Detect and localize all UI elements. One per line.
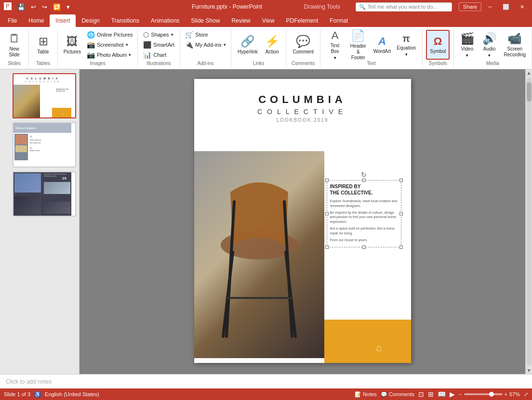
addins-dropdown[interactable]: ▾: [224, 42, 226, 47]
header-footer-button[interactable]: 📄 Header& Footer: [346, 30, 370, 60]
pictures-button[interactable]: 🖼 Pictures: [61, 30, 84, 60]
tab-format[interactable]: Format: [324, 14, 354, 27]
handle-top-right[interactable]: [399, 179, 403, 182]
text-box-button[interactable]: A TextBox ▾: [324, 30, 346, 60]
slide-panel[interactable]: 1 C O L U M B I A C O L L E C T I V E IN…: [0, 69, 80, 374]
tables-group-label: Tables: [36, 60, 50, 66]
close-button[interactable]: ✕: [516, 3, 528, 11]
comments-button[interactable]: 💬 Comments: [381, 391, 414, 398]
repeat-icon[interactable]: 🔁: [51, 2, 63, 12]
symbol-button[interactable]: Ω Symbol: [426, 30, 450, 60]
zoom-in-button[interactable]: +: [505, 391, 507, 397]
right-scrollbar[interactable]: ▲ ▼: [525, 69, 532, 374]
tab-home[interactable]: Home: [23, 14, 50, 27]
group-slides: 🗒 New Slide Slides: [0, 29, 29, 67]
rotate-handle[interactable]: ↻: [361, 171, 367, 179]
tab-file[interactable]: File: [2, 14, 23, 27]
reading-view-button[interactable]: 📖: [438, 390, 446, 398]
images-group-label: Images: [90, 60, 106, 66]
table-button[interactable]: ⊞ Table: [33, 30, 54, 60]
slideshow-button[interactable]: ▶: [450, 390, 455, 398]
hyperlink-button[interactable]: 🔗 Hyperlink: [235, 30, 261, 60]
screen-recording-button[interactable]: 📹 ScreenRecording: [501, 30, 529, 60]
screenshot-button[interactable]: 📸 Screenshot ▾: [85, 40, 135, 50]
tab-animations[interactable]: Animations: [145, 14, 185, 27]
restore-button[interactable]: ⬜: [499, 3, 513, 11]
shapes-dropdown[interactable]: ▾: [171, 32, 173, 37]
store-button[interactable]: 🛒 Store: [183, 30, 227, 39]
ribbon-search-box[interactable]: 🔍 Tell me what you want to do...: [356, 2, 452, 12]
equation-dropdown[interactable]: ▾: [405, 52, 408, 57]
tab-design[interactable]: Design: [76, 14, 105, 27]
video-button[interactable]: 🎬 Video ▾: [457, 30, 478, 60]
tab-insert[interactable]: Insert: [50, 14, 76, 27]
online-pictures-button[interactable]: 🌐 Online Pictures: [85, 30, 135, 39]
main-area: 1 C O L U M B I A C O L L E C T I V E IN…: [0, 69, 532, 374]
zoom-out-button[interactable]: −: [459, 391, 462, 397]
screenshot-dropdown[interactable]: ▾: [126, 42, 128, 47]
audio-dropdown[interactable]: ▾: [488, 53, 491, 58]
handle-mid-left[interactable]: [325, 212, 329, 216]
shapes-button[interactable]: ⬡ Shapes ▾: [141, 30, 176, 39]
redo-icon[interactable]: ↪: [40, 2, 49, 12]
undo-icon[interactable]: ↩: [29, 2, 38, 12]
comment-icon: 💬: [296, 35, 310, 48]
group-text: A TextBox ▾ 📄 Header& Footer A WordArt π…: [320, 29, 423, 67]
save-icon[interactable]: 💾: [15, 2, 27, 12]
screen-recording-icon: 📹: [507, 32, 522, 45]
chart-button[interactable]: 📊 Chart: [141, 50, 176, 60]
notes-button[interactable]: 📝 Notes: [355, 391, 377, 398]
slide-2-content: Table of Contents • item 24 Page content…: [13, 123, 71, 167]
handle-top-center[interactable]: [362, 179, 366, 182]
my-addins-button[interactable]: 🔌 My Add-ins ▾: [183, 40, 227, 50]
qat-dropdown-icon[interactable]: ▾: [65, 2, 72, 12]
handle-bottom-left[interactable]: [325, 245, 329, 249]
audio-button[interactable]: 🔊 Audio ▾: [479, 30, 500, 60]
share-button[interactable]: Share: [459, 2, 481, 11]
group-links: 🔗 Hyperlink ⚡ Action Links: [231, 29, 286, 67]
zoom-slider[interactable]: [464, 393, 503, 395]
slide-sorter-button[interactable]: ⊞: [428, 390, 434, 398]
scroll-thumb[interactable]: [527, 82, 532, 102]
video-dropdown[interactable]: ▾: [466, 53, 468, 58]
handle-mid-right[interactable]: [399, 212, 403, 216]
fit-slide-button[interactable]: ⤢: [524, 391, 528, 398]
tab-review[interactable]: Review: [226, 14, 256, 27]
minimize-button[interactable]: ─: [484, 3, 496, 11]
text-box-dropdown[interactable]: ▾: [334, 55, 336, 60]
new-slide-button[interactable]: 🗒 New Slide: [4, 30, 25, 60]
slide-3-thumbnail[interactable]: 29 Living spaces for the modern home. Co…: [13, 171, 76, 217]
slide-2-thumbnail[interactable]: Table of Contents • item 24 Page content…: [13, 122, 76, 168]
comments-label: Comments: [389, 391, 414, 397]
selected-text-box[interactable]: ↻ INSPIRED BYTHE COLLECTIVE. Explore Sca…: [327, 180, 401, 247]
comment-button[interactable]: 💬 Comment: [290, 30, 317, 60]
scroll-up-button[interactable]: ▲: [526, 69, 532, 77]
photo-album-button[interactable]: 📷 Photo Album ▾: [85, 50, 135, 60]
group-tables: ⊞ Table Tables: [29, 29, 58, 67]
smartart-button[interactable]: ⬛ SmartArt: [141, 40, 176, 50]
wordart-button[interactable]: A WordArt: [371, 30, 394, 60]
yellow-accent-rect: ⌂: [324, 320, 411, 363]
tab-pdfelement[interactable]: PDFelement: [280, 14, 324, 27]
tab-slideshow[interactable]: Slide Show: [185, 14, 226, 27]
tab-transitions[interactable]: Transitions: [106, 14, 145, 27]
photo-album-dropdown[interactable]: ▾: [129, 52, 131, 57]
canvas-area[interactable]: COLUMBIA COLLECTIVE LOOKBOOK.2019: [80, 69, 525, 374]
slide-main-subtitle: COLLECTIVE: [194, 108, 411, 116]
equation-button[interactable]: π Equation ▾: [394, 30, 418, 60]
scroll-down-button[interactable]: ▼: [526, 367, 532, 374]
scroll-track[interactable]: [527, 77, 532, 366]
handle-top-left[interactable]: [325, 179, 329, 182]
slide-info: Slide 1 of 3: [4, 391, 30, 398]
handle-bottom-center[interactable]: [362, 245, 366, 249]
slide-1-thumbnail[interactable]: C O L U M B I A C O L L E C T I V E INSP…: [13, 73, 76, 118]
normal-view-button[interactable]: ⊡: [418, 390, 424, 398]
accessibility-icon[interactable]: ♿: [34, 391, 41, 398]
notes-bar[interactable]: Click to add notes: [0, 374, 532, 388]
action-button[interactable]: ⚡ Action: [262, 30, 283, 60]
links-group-label: Links: [253, 60, 264, 66]
thumb1-title: C O L U M B I A: [13, 77, 71, 80]
action-icon: ⚡: [265, 35, 279, 48]
tab-view[interactable]: View: [256, 14, 280, 27]
handle-bottom-right[interactable]: [399, 245, 403, 249]
